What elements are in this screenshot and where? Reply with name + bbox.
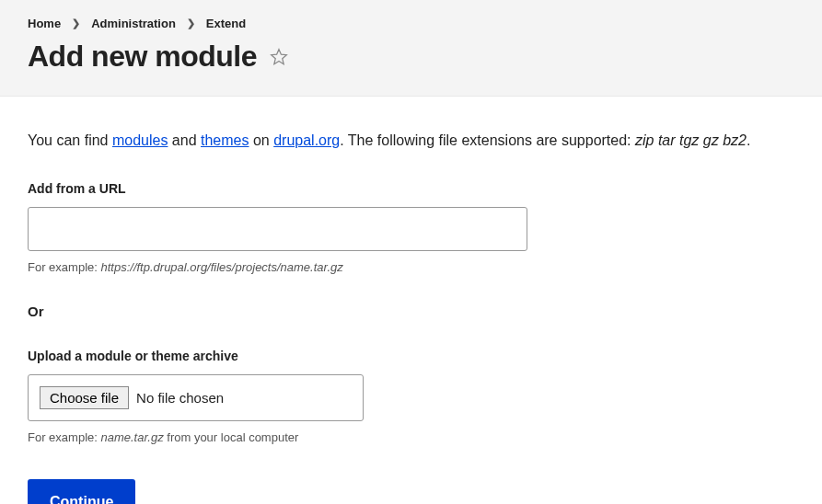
or-separator: Or	[28, 304, 794, 319]
header-region: Home ❯ Administration ❯ Extend Add new m…	[0, 0, 822, 97]
breadcrumb-home[interactable]: Home	[28, 17, 61, 30]
choose-file-button[interactable]: Choose file	[40, 386, 129, 409]
breadcrumb-administration[interactable]: Administration	[91, 17, 176, 30]
page-title-row: Add new module	[28, 40, 794, 74]
continue-button[interactable]: Continue	[28, 479, 135, 504]
intro-prefix: You can find	[28, 132, 112, 148]
upload-help-suffix: from your local computer	[164, 430, 299, 444]
chevron-right-icon: ❯	[187, 17, 195, 29]
breadcrumb-extend[interactable]: Extend	[206, 17, 246, 30]
upload-help-prefix: For example:	[28, 430, 100, 444]
upload-help-example: name.tar.gz	[100, 430, 163, 444]
svg-marker-0	[272, 49, 287, 63]
intro-suffix1: . The following file extensions are supp…	[340, 132, 635, 148]
main-content: You can find modules and themes on drupa…	[0, 97, 822, 504]
intro-suffix2: .	[747, 132, 750, 148]
url-input[interactable]	[28, 207, 527, 251]
intro-text: You can find modules and themes on drupa…	[28, 130, 794, 152]
file-status-text: No file chosen	[136, 390, 224, 406]
url-help-prefix: For example:	[28, 260, 100, 274]
chevron-right-icon: ❯	[72, 17, 80, 29]
intro-mid1: and	[168, 132, 201, 148]
url-help-text: For example: https://ftp.drupal.org/file…	[28, 260, 794, 274]
file-input-wrapper[interactable]: Choose file No file chosen	[28, 374, 364, 421]
url-help-example: https://ftp.drupal.org/files/projects/na…	[100, 260, 342, 274]
intro-extensions: zip tar tgz gz bz2	[635, 132, 747, 148]
upload-help-text: For example: name.tar.gz from your local…	[28, 430, 794, 444]
upload-label: Upload a module or theme archive	[28, 349, 794, 363]
url-label: Add from a URL	[28, 181, 794, 196]
page-title: Add new module	[28, 40, 257, 74]
breadcrumb: Home ❯ Administration ❯ Extend	[28, 17, 794, 30]
themes-link[interactable]: themes	[201, 132, 249, 148]
modules-link[interactable]: modules	[112, 132, 168, 148]
intro-mid2: on	[249, 132, 273, 148]
star-icon[interactable]	[270, 48, 288, 66]
drupal-link[interactable]: drupal.org	[273, 132, 340, 148]
